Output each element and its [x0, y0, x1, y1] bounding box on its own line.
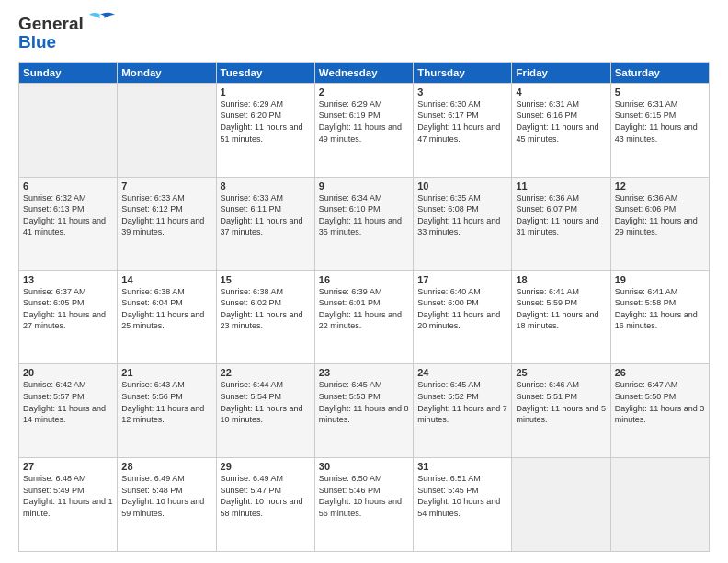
calendar-cell: 25Sunrise: 6:46 AMSunset: 5:51 PMDayligh… [512, 364, 610, 458]
day-number: 18 [516, 274, 606, 285]
day-number: 23 [319, 367, 409, 378]
calendar-cell: 21Sunrise: 6:43 AMSunset: 5:56 PMDayligh… [118, 364, 216, 458]
day-number: 29 [221, 461, 311, 472]
day-number: 22 [221, 367, 311, 378]
day-number: 26 [615, 367, 705, 378]
day-info: Sunrise: 6:46 AMSunset: 5:51 PMDaylight:… [516, 379, 606, 425]
calendar-cell: 14Sunrise: 6:38 AMSunset: 6:04 PMDayligh… [118, 270, 216, 364]
calendar-week-row: 6Sunrise: 6:32 AMSunset: 6:13 PMDaylight… [19, 177, 710, 270]
day-number: 21 [121, 367, 211, 378]
day-info: Sunrise: 6:38 AMSunset: 6:02 PMDaylight:… [221, 286, 311, 332]
calendar-cell: 7Sunrise: 6:33 AMSunset: 6:12 PMDaylight… [118, 177, 216, 270]
day-info: Sunrise: 6:50 AMSunset: 5:46 PMDaylight:… [319, 473, 409, 519]
day-number: 5 [615, 86, 705, 98]
calendar-cell: 5Sunrise: 6:31 AMSunset: 6:15 PMDaylight… [610, 83, 709, 177]
day-number: 14 [121, 274, 211, 285]
day-info: Sunrise: 6:48 AMSunset: 5:49 PMDaylight:… [23, 473, 113, 519]
day-info: Sunrise: 6:33 AMSunset: 6:11 PMDaylight:… [221, 192, 311, 238]
calendar-week-row: 1Sunrise: 6:29 AMSunset: 6:20 PMDaylight… [19, 83, 710, 177]
day-info: Sunrise: 6:35 AMSunset: 6:08 PMDaylight:… [417, 192, 507, 238]
calendar-cell: 10Sunrise: 6:35 AMSunset: 6:08 PMDayligh… [414, 177, 512, 270]
day-info: Sunrise: 6:39 AMSunset: 6:01 PMDaylight:… [319, 286, 409, 332]
calendar-cell: 1Sunrise: 6:29 AMSunset: 6:20 PMDaylight… [216, 83, 314, 177]
page: General Blue SundayMondayTuesdayWednesda… [0, 0, 728, 563]
day-info: Sunrise: 6:45 AMSunset: 5:52 PMDaylight:… [417, 379, 507, 425]
day-info: Sunrise: 6:40 AMSunset: 6:00 PMDaylight:… [417, 286, 507, 332]
day-info: Sunrise: 6:30 AMSunset: 6:17 PMDaylight:… [417, 98, 507, 144]
day-info: Sunrise: 6:45 AMSunset: 5:53 PMDaylight:… [319, 379, 409, 425]
logo-blue: Blue [18, 32, 56, 52]
day-number: 10 [417, 180, 507, 191]
day-number: 12 [615, 180, 705, 191]
calendar-cell [512, 458, 610, 552]
day-number: 19 [615, 274, 705, 285]
calendar-cell [118, 83, 216, 177]
logo: General Blue [18, 15, 115, 52]
calendar-cell: 19Sunrise: 6:41 AMSunset: 5:58 PMDayligh… [610, 270, 709, 364]
calendar-cell: 2Sunrise: 6:29 AMSunset: 6:19 PMDaylight… [314, 83, 413, 177]
logo-bird-icon [85, 11, 115, 33]
day-number: 3 [417, 86, 507, 98]
calendar-week-row: 20Sunrise: 6:42 AMSunset: 5:57 PMDayligh… [19, 364, 710, 458]
calendar-cell: 31Sunrise: 6:51 AMSunset: 5:45 PMDayligh… [414, 458, 512, 552]
day-number: 30 [319, 461, 409, 472]
day-number: 8 [221, 180, 311, 191]
day-info: Sunrise: 6:36 AMSunset: 6:06 PMDaylight:… [615, 192, 705, 238]
day-info: Sunrise: 6:49 AMSunset: 5:47 PMDaylight:… [221, 473, 311, 519]
day-number: 2 [319, 86, 409, 98]
calendar-cell: 23Sunrise: 6:45 AMSunset: 5:53 PMDayligh… [314, 364, 413, 458]
header: General Blue [18, 15, 710, 52]
calendar-cell: 3Sunrise: 6:30 AMSunset: 6:17 PMDaylight… [414, 83, 512, 177]
day-info: Sunrise: 6:51 AMSunset: 5:45 PMDaylight:… [417, 473, 507, 519]
day-info: Sunrise: 6:33 AMSunset: 6:12 PMDaylight:… [121, 192, 211, 238]
day-number: 24 [417, 367, 507, 378]
calendar-table: SundayMondayTuesdayWednesdayThursdayFrid… [18, 62, 710, 552]
calendar-cell: 22Sunrise: 6:44 AMSunset: 5:54 PMDayligh… [216, 364, 314, 458]
calendar-header-row: SundayMondayTuesdayWednesdayThursdayFrid… [19, 62, 710, 83]
weekday-header: Thursday [414, 62, 512, 83]
day-info: Sunrise: 6:32 AMSunset: 6:13 PMDaylight:… [23, 192, 113, 238]
day-number: 20 [23, 367, 113, 378]
day-info: Sunrise: 6:41 AMSunset: 5:58 PMDaylight:… [615, 286, 705, 332]
day-number: 27 [23, 461, 113, 472]
day-info: Sunrise: 6:37 AMSunset: 6:05 PMDaylight:… [23, 286, 113, 332]
day-info: Sunrise: 6:47 AMSunset: 5:50 PMDaylight:… [615, 379, 705, 425]
day-number: 28 [121, 461, 211, 472]
calendar-cell: 26Sunrise: 6:47 AMSunset: 5:50 PMDayligh… [610, 364, 709, 458]
calendar-cell: 6Sunrise: 6:32 AMSunset: 6:13 PMDaylight… [19, 177, 118, 270]
calendar-week-row: 27Sunrise: 6:48 AMSunset: 5:49 PMDayligh… [19, 458, 710, 552]
calendar-cell: 17Sunrise: 6:40 AMSunset: 6:00 PMDayligh… [414, 270, 512, 364]
day-info: Sunrise: 6:36 AMSunset: 6:07 PMDaylight:… [516, 192, 606, 238]
day-number: 13 [23, 274, 113, 285]
calendar-cell: 11Sunrise: 6:36 AMSunset: 6:07 PMDayligh… [512, 177, 610, 270]
day-number: 16 [319, 274, 409, 285]
calendar-cell: 27Sunrise: 6:48 AMSunset: 5:49 PMDayligh… [19, 458, 118, 552]
day-info: Sunrise: 6:41 AMSunset: 5:59 PMDaylight:… [516, 286, 606, 332]
weekday-header: Monday [118, 62, 216, 83]
day-info: Sunrise: 6:34 AMSunset: 6:10 PMDaylight:… [319, 192, 409, 238]
day-number: 9 [319, 180, 409, 191]
calendar-cell: 16Sunrise: 6:39 AMSunset: 6:01 PMDayligh… [314, 270, 413, 364]
calendar-cell: 28Sunrise: 6:49 AMSunset: 5:48 PMDayligh… [118, 458, 216, 552]
day-number: 17 [417, 274, 507, 285]
day-number: 4 [516, 86, 606, 98]
day-info: Sunrise: 6:29 AMSunset: 6:19 PMDaylight:… [319, 98, 409, 144]
calendar-cell: 29Sunrise: 6:49 AMSunset: 5:47 PMDayligh… [216, 458, 314, 552]
day-number: 1 [221, 86, 311, 98]
calendar-week-row: 13Sunrise: 6:37 AMSunset: 6:05 PMDayligh… [19, 270, 710, 364]
calendar-cell: 15Sunrise: 6:38 AMSunset: 6:02 PMDayligh… [216, 270, 314, 364]
day-info: Sunrise: 6:31 AMSunset: 6:15 PMDaylight:… [615, 98, 705, 144]
weekday-header: Wednesday [314, 62, 413, 83]
calendar-cell [19, 83, 118, 177]
logo-general: General [18, 14, 84, 33]
day-info: Sunrise: 6:42 AMSunset: 5:57 PMDaylight:… [23, 379, 113, 425]
day-number: 15 [221, 274, 311, 285]
day-number: 11 [516, 180, 606, 191]
day-number: 7 [121, 180, 211, 191]
day-number: 25 [516, 367, 606, 378]
calendar-cell: 13Sunrise: 6:37 AMSunset: 6:05 PMDayligh… [19, 270, 118, 364]
calendar-cell: 24Sunrise: 6:45 AMSunset: 5:52 PMDayligh… [414, 364, 512, 458]
day-info: Sunrise: 6:44 AMSunset: 5:54 PMDaylight:… [221, 379, 311, 425]
calendar-cell: 4Sunrise: 6:31 AMSunset: 6:16 PMDaylight… [512, 83, 610, 177]
calendar-cell: 12Sunrise: 6:36 AMSunset: 6:06 PMDayligh… [610, 177, 709, 270]
